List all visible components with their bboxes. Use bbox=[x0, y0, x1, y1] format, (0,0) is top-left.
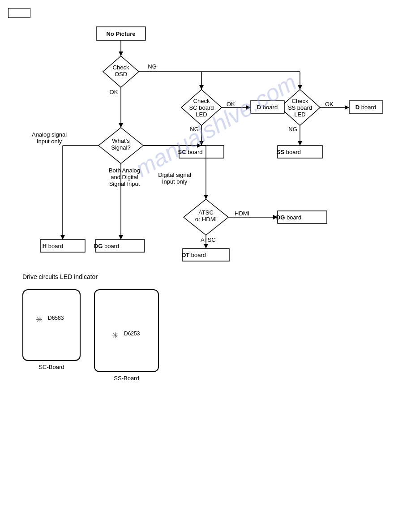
ok-ss-label: OK bbox=[325, 101, 334, 107]
boards-container: ✳ D6583 SC-Board ✳ D6253 SS-Board bbox=[22, 289, 159, 382]
ng-ss-label: NG bbox=[288, 126, 297, 133]
svg-marker-20 bbox=[298, 141, 302, 146]
sc-led-id: D6583 bbox=[48, 315, 64, 321]
ss-board-item: ✳ D6253 SS-Board bbox=[94, 289, 159, 382]
whats-signal-label1: What's bbox=[112, 137, 130, 144]
ss-board-label: SS-Board bbox=[114, 375, 139, 382]
d-board-1-label: D board bbox=[257, 104, 278, 111]
both-signal-label1: Both Analog bbox=[109, 167, 140, 174]
sc-board-label: SC board bbox=[178, 149, 203, 155]
hdmi-label: HDMI bbox=[235, 210, 249, 217]
ss-board-label: SS board bbox=[277, 149, 301, 155]
svg-marker-31 bbox=[119, 235, 123, 240]
drive-section: Drive circuits LED indicator ✳ D6583 SC-… bbox=[22, 273, 159, 382]
whats-signal-label2: Signal? bbox=[111, 144, 130, 151]
ng-osd-label: NG bbox=[148, 63, 157, 70]
no-picture-label: No Picture bbox=[106, 30, 135, 37]
svg-marker-2 bbox=[119, 51, 123, 56]
sc-board-label: SC-Board bbox=[39, 364, 64, 370]
dg-board-1-label: DG board bbox=[94, 243, 119, 249]
check-ss-label3: LED bbox=[294, 111, 305, 118]
analog-label2: Input only bbox=[37, 138, 62, 145]
check-osd-label1: Check bbox=[113, 64, 129, 71]
sc-board-box: ✳ D6583 bbox=[22, 289, 81, 361]
svg-marker-37 bbox=[204, 195, 208, 199]
check-ss-label1: Check bbox=[292, 98, 308, 104]
check-sc-label1: Check bbox=[193, 98, 210, 104]
atsc-label: ATSC bbox=[201, 236, 216, 243]
svg-marker-17 bbox=[246, 105, 251, 110]
ok-osd-label: OK bbox=[110, 89, 118, 95]
atsc-hdmi-label2: or HDMI bbox=[195, 216, 217, 223]
dt-board-label: DT board bbox=[182, 252, 206, 258]
check-ss-label2: SS board bbox=[288, 104, 312, 111]
ng-sc-label: NG bbox=[190, 126, 199, 133]
sc-led-symbol: ✳ bbox=[36, 315, 43, 325]
svg-marker-40 bbox=[204, 244, 208, 249]
h-board-label: H board bbox=[43, 243, 63, 249]
atsc-hdmi-label1: ATSC bbox=[198, 209, 214, 216]
analog-label1: Analog signal bbox=[32, 131, 67, 138]
check-osd-label2: OSD bbox=[115, 71, 127, 77]
page-container: No Picture Check OSD OK NG Check SC boar… bbox=[0, 0, 411, 532]
digital-label1: Digital signal bbox=[158, 172, 191, 178]
dg-board-2-label: DG board bbox=[276, 214, 301, 221]
both-signal-label3: Signal Input bbox=[109, 180, 140, 187]
sc-board-item: ✳ D6583 SC-Board bbox=[22, 289, 81, 370]
svg-marker-23 bbox=[345, 105, 349, 110]
svg-marker-10 bbox=[298, 85, 302, 90]
ss-board-box: ✳ D6253 bbox=[94, 289, 159, 372]
top-rect-button[interactable] bbox=[8, 8, 30, 18]
svg-marker-5 bbox=[119, 123, 123, 128]
check-sc-label2: SC board bbox=[189, 104, 214, 111]
svg-marker-8 bbox=[199, 85, 204, 90]
both-signal-label2: and Digital bbox=[111, 174, 138, 180]
drive-title: Drive circuits LED indicator bbox=[22, 273, 159, 280]
ss-led-id: D6253 bbox=[124, 330, 140, 337]
ss-led-symbol: ✳ bbox=[112, 330, 119, 340]
ok-sc-label: OK bbox=[227, 101, 235, 107]
flowchart-svg: No Picture Check OSD OK NG Check SC boar… bbox=[13, 25, 398, 266]
check-sc-label3: LED bbox=[196, 111, 207, 118]
d-board-2-label: D board bbox=[355, 104, 376, 111]
digital-label2: Input only bbox=[162, 178, 188, 185]
svg-marker-28 bbox=[60, 235, 65, 240]
